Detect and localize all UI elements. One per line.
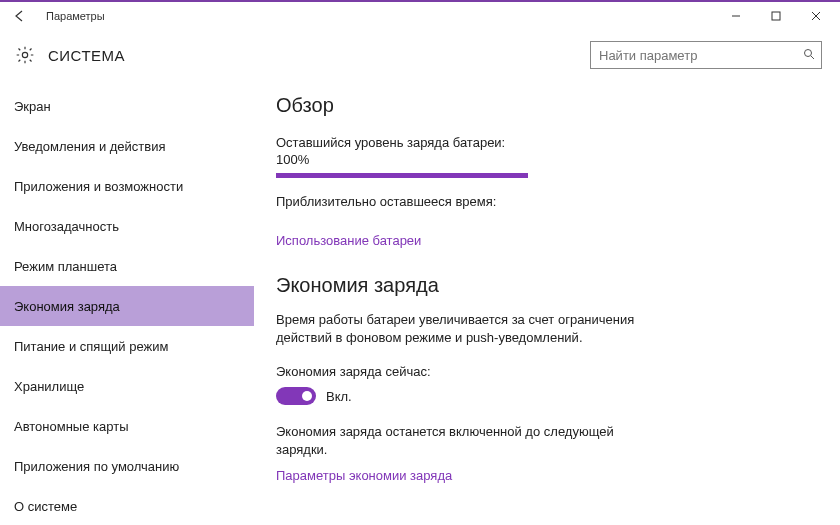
sidebar-item-battery-saver[interactable]: Экономия заряда bbox=[0, 286, 254, 326]
svg-line-4 bbox=[811, 56, 814, 59]
saver-note: Экономия заряда останется включенной до … bbox=[276, 423, 656, 458]
gear-icon bbox=[14, 44, 36, 66]
search-input[interactable] bbox=[599, 48, 803, 63]
battery-progress bbox=[276, 173, 528, 178]
svg-point-3 bbox=[805, 49, 812, 56]
saver-description: Время работы батареи увеличивается за сч… bbox=[276, 311, 656, 346]
saver-settings-link[interactable]: Параметры экономии заряда bbox=[276, 468, 452, 483]
sidebar-item-label: Многозадачность bbox=[14, 219, 119, 234]
sidebar-item-label: Экономия заряда bbox=[14, 299, 120, 314]
svg-point-2 bbox=[22, 52, 27, 57]
sidebar-item-label: Приложения по умолчанию bbox=[14, 459, 179, 474]
remaining-label: Оставшийся уровень заряда батареи: bbox=[276, 135, 780, 150]
maximize-button[interactable] bbox=[756, 3, 796, 29]
battery-usage-link[interactable]: Использование батареи bbox=[276, 233, 421, 248]
titlebar: Параметры bbox=[0, 2, 840, 30]
header: СИСТЕМА bbox=[0, 30, 840, 80]
sidebar-item-default-apps[interactable]: Приложения по умолчанию bbox=[0, 446, 254, 486]
sidebar-item-label: Экран bbox=[14, 99, 51, 114]
close-button[interactable] bbox=[796, 3, 836, 29]
sidebar-item-label: Приложения и возможности bbox=[14, 179, 183, 194]
sidebar-item-display[interactable]: Экран bbox=[0, 86, 254, 126]
overview-heading: Обзор bbox=[276, 94, 780, 117]
sidebar-item-notifications[interactable]: Уведомления и действия bbox=[0, 126, 254, 166]
saver-toggle-row: Вкл. bbox=[276, 387, 780, 405]
search-icon bbox=[803, 48, 815, 63]
svg-rect-1 bbox=[772, 12, 780, 20]
sidebar-item-apps[interactable]: Приложения и возможности bbox=[0, 166, 254, 206]
remaining-value: 100% bbox=[276, 152, 780, 167]
sidebar-item-label: Автономные карты bbox=[14, 419, 129, 434]
content-pane: Обзор Оставшийся уровень заряда батареи:… bbox=[254, 80, 840, 525]
sidebar-item-label: Хранилище bbox=[14, 379, 84, 394]
toggle-label: Вкл. bbox=[326, 389, 352, 404]
minimize-button[interactable] bbox=[716, 3, 756, 29]
sidebar-item-about[interactable]: О системе bbox=[0, 486, 254, 525]
remaining-time-label: Приблизительно оставшееся время: bbox=[276, 194, 780, 209]
saver-now-label: Экономия заряда сейчас: bbox=[276, 364, 780, 379]
sidebar-item-label: Режим планшета bbox=[14, 259, 117, 274]
saver-toggle[interactable] bbox=[276, 387, 316, 405]
sidebar-item-label: Уведомления и действия bbox=[14, 139, 166, 154]
sidebar-item-tablet[interactable]: Режим планшета bbox=[0, 246, 254, 286]
window-title: Параметры bbox=[46, 10, 105, 22]
sidebar: Экран Уведомления и действия Приложения … bbox=[0, 80, 254, 525]
toggle-knob bbox=[302, 391, 312, 401]
back-button[interactable] bbox=[8, 4, 32, 28]
sidebar-item-offline-maps[interactable]: Автономные карты bbox=[0, 406, 254, 446]
sidebar-item-label: Питание и спящий режим bbox=[14, 339, 168, 354]
window-controls bbox=[716, 3, 836, 29]
search-box[interactable] bbox=[590, 41, 822, 69]
sidebar-item-multitasking[interactable]: Многозадачность bbox=[0, 206, 254, 246]
sidebar-item-label: О системе bbox=[14, 499, 77, 514]
saver-heading: Экономия заряда bbox=[276, 274, 780, 297]
sidebar-item-power[interactable]: Питание и спящий режим bbox=[0, 326, 254, 366]
sidebar-item-storage[interactable]: Хранилище bbox=[0, 366, 254, 406]
section-title: СИСТЕМА bbox=[48, 47, 125, 64]
